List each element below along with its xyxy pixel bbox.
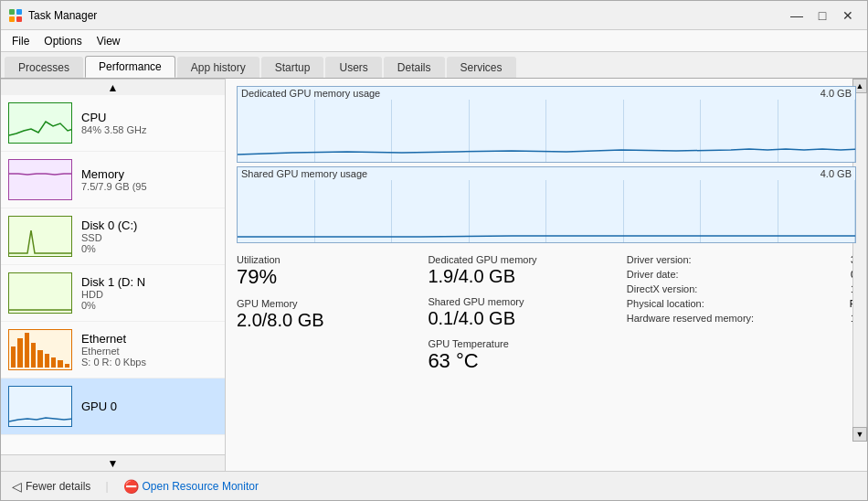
disk1-label: Disk 1 (D: N: [81, 275, 217, 289]
shared-chart-label: Shared GPU memory usage: [241, 168, 367, 179]
utilization-stat: Utilization 79%: [237, 254, 428, 289]
dedicated-memory-value: 1.9/4.0 GB: [428, 265, 619, 287]
resource-monitor-icon: ⛔: [123, 479, 139, 494]
shared-memory-label: Shared GPU memory: [428, 296, 619, 307]
menu-options[interactable]: Options: [37, 33, 89, 49]
footer: ◁ Fewer details | ⛔ Open Resource Monito…: [1, 471, 867, 500]
ethernet-label: Ethernet: [81, 332, 217, 346]
fewer-details-label: Fewer details: [26, 480, 90, 493]
svg-rect-1: [16, 9, 22, 15]
sidebar-item-disk0[interactable]: Disk 0 (C:) SSD 0%: [1, 208, 225, 265]
gpu-memory-label: GPU Memory: [237, 298, 428, 309]
directx-row: DirectX version: 1: [627, 283, 856, 294]
tab-users[interactable]: Users: [325, 57, 381, 78]
stats-area: Utilization 79% GPU Memory 2.0/8.0 GB De…: [237, 254, 856, 382]
charts-area: Dedicated GPU memory usage 4.0 GB: [237, 86, 856, 243]
gpu-label: GPU 0: [81, 400, 217, 413]
svg-rect-3: [16, 16, 22, 22]
task-manager-window: Task Manager — □ ✕ File Options View Pro…: [0, 0, 868, 501]
disk1-sub2: 0%: [81, 300, 217, 311]
stats-col-1: Utilization 79% GPU Memory 2.0/8.0 GB: [237, 254, 428, 382]
sidebar: ▲ CPU 84% 3.58 GHz: [1, 79, 226, 471]
driver-version-key: Driver version:: [627, 254, 692, 265]
app-icon: [8, 8, 23, 23]
tab-processes[interactable]: Processes: [5, 57, 83, 78]
disk1-info: Disk 1 (D: N HDD 0%: [81, 275, 217, 311]
physical-location-row: Physical location: P: [627, 298, 856, 309]
dedicated-chart-header: Dedicated GPU memory usage 4.0 GB: [238, 87, 855, 100]
main-area: ▲ CPU 84% 3.58 GHz: [1, 79, 867, 471]
disk1-thumbnail: [8, 272, 72, 314]
shared-memory-stat: Shared GPU memory 0.1/4.0 GB: [428, 296, 619, 329]
dedicated-chart-max: 4.0 GB: [820, 88, 852, 99]
stats-col-2: Dedicated GPU memory 1.9/4.0 GB Shared G…: [428, 254, 619, 382]
content-area: ▲ ▼ Dedicated GPU memory usage 4.0 GB: [226, 79, 867, 471]
menu-file[interactable]: File: [5, 33, 37, 49]
sidebar-item-memory[interactable]: Memory 7.5/7.9 GB (95: [1, 152, 225, 208]
sidebar-item-ethernet[interactable]: Ethernet Ethernet S: 0 R: 0 Kbps: [1, 322, 225, 378]
dedicated-chart-label: Dedicated GPU memory usage: [241, 88, 380, 99]
utilization-label: Utilization: [237, 254, 428, 265]
disk0-thumbnail: [8, 216, 72, 257]
memory-thumbnail: [8, 159, 72, 200]
gpu-temp-stat: GPU Temperature 63 °C: [428, 338, 619, 373]
gpu-temp-label: GPU Temperature: [428, 338, 619, 349]
tab-app-history[interactable]: App history: [177, 57, 259, 78]
disk0-info: Disk 0 (C:) SSD 0%: [81, 219, 217, 254]
memory-sub: 7.5/7.9 GB (95: [81, 181, 217, 192]
sidebar-scroll-up[interactable]: ▲: [1, 79, 225, 95]
open-resource-monitor-button[interactable]: ⛔ Open Resource Monitor: [123, 479, 259, 494]
gpu-memory-value: 2.0/8.0 GB: [237, 309, 428, 331]
window-controls: — □ ✕: [785, 5, 860, 27]
title-bar: Task Manager — □ ✕: [1, 1, 867, 30]
sidebar-list: CPU 84% 3.58 GHz Memory 7.5/7.9 GB (95: [1, 95, 225, 454]
driver-date-key: Driver date:: [627, 269, 679, 280]
dedicated-memory-label: Dedicated GPU memory: [428, 254, 619, 265]
open-resource-monitor-label: Open Resource Monitor: [143, 480, 259, 493]
sidebar-item-gpu[interactable]: GPU 0: [1, 378, 225, 435]
shared-chart-header: Shared GPU memory usage 4.0 GB: [238, 167, 855, 180]
tab-performance[interactable]: Performance: [85, 56, 175, 78]
memory-label: Memory: [81, 167, 217, 181]
tab-details[interactable]: Details: [384, 57, 445, 78]
info-col: Driver version: 3 Driver date: 0 DirectX…: [619, 254, 856, 382]
dedicated-chart-canvas: [238, 100, 855, 162]
shared-chart-max: 4.0 GB: [820, 168, 852, 179]
sidebar-item-disk1[interactable]: Disk 1 (D: N HDD 0%: [1, 265, 225, 322]
shared-gpu-chart: Shared GPU memory usage 4.0 GB: [237, 166, 856, 243]
maximize-button[interactable]: □: [810, 5, 834, 27]
gpu-memory-stat: GPU Memory 2.0/8.0 GB: [237, 298, 428, 331]
tab-startup[interactable]: Startup: [261, 57, 324, 78]
disk0-label: Disk 0 (C:): [81, 219, 217, 232]
window-title: Task Manager: [28, 9, 785, 22]
ethernet-info: Ethernet Ethernet S: 0 R: 0 Kbps: [81, 332, 217, 368]
cpu-thumbnail: [8, 102, 72, 144]
cpu-info: CPU 84% 3.58 GHz: [81, 111, 217, 135]
sidebar-item-cpu[interactable]: CPU 84% 3.58 GHz: [1, 95, 225, 152]
hardware-reserved-row: Hardware reserved memory: 1: [627, 313, 856, 324]
tab-services[interactable]: Services: [447, 57, 516, 78]
fewer-details-icon: ◁: [12, 479, 22, 494]
disk0-sub1: SSD: [81, 232, 217, 243]
ethernet-sub2: S: 0 R: 0 Kbps: [81, 357, 217, 368]
ethernet-thumbnail: [8, 329, 72, 370]
driver-date-row: Driver date: 0: [627, 269, 856, 280]
menu-view[interactable]: View: [90, 33, 128, 49]
scroll-down-button[interactable]: ▼: [852, 427, 867, 442]
hardware-reserved-key: Hardware reserved memory:: [627, 313, 754, 324]
physical-location-key: Physical location:: [627, 298, 704, 309]
driver-version-row: Driver version: 3: [627, 254, 856, 265]
svg-rect-0: [9, 9, 15, 15]
directx-key: DirectX version:: [627, 283, 698, 294]
svg-rect-2: [9, 16, 15, 22]
close-button[interactable]: ✕: [836, 5, 860, 27]
cpu-sub: 84% 3.58 GHz: [81, 124, 217, 135]
gpu-thumbnail: [8, 386, 72, 427]
sidebar-scroll-down[interactable]: ▼: [1, 454, 225, 471]
fewer-details-button[interactable]: ◁ Fewer details: [12, 479, 90, 494]
dedicated-gpu-chart: Dedicated GPU memory usage 4.0 GB: [237, 86, 856, 163]
minimize-button[interactable]: —: [785, 5, 809, 27]
shared-memory-value: 0.1/4.0 GB: [428, 307, 619, 329]
shared-chart-canvas: [238, 180, 855, 242]
ethernet-sub1: Ethernet: [81, 346, 217, 357]
